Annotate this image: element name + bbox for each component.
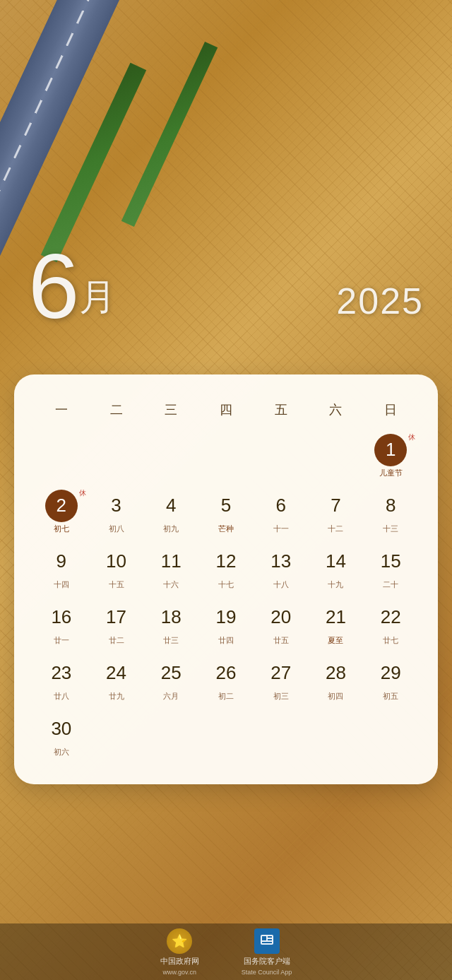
day-lunar: 廿五 bbox=[273, 635, 289, 646]
empty-day-cell bbox=[363, 709, 418, 764]
day-cell: 9十四 bbox=[34, 541, 89, 597]
app-sub: State Council App bbox=[242, 969, 292, 976]
svg-rect-2 bbox=[268, 936, 272, 938]
weekday-label: 三 bbox=[143, 396, 198, 424]
weekday-label: 六 bbox=[309, 396, 364, 424]
day-lunar: 十二 bbox=[328, 524, 343, 534]
day-cell: 22廿七 bbox=[363, 597, 418, 653]
day-number: 3 bbox=[100, 490, 133, 522]
day-lunar: 十四 bbox=[54, 579, 69, 590]
empty-day-cell bbox=[34, 430, 89, 485]
day-number: 27 bbox=[265, 657, 297, 690]
day-lunar: 廿七 bbox=[383, 635, 398, 646]
day-cell: 11十六 bbox=[143, 541, 198, 597]
day-lunar: 初四 bbox=[328, 691, 343, 702]
gov-emblem: ⭐ bbox=[167, 928, 192, 954]
day-cell: 20廿五 bbox=[254, 597, 309, 653]
day-cell: 4初九 bbox=[143, 485, 198, 541]
day-lunar: 十一 bbox=[273, 524, 289, 534]
year-display: 2025 bbox=[336, 280, 424, 322]
day-cell: 18廿三 bbox=[143, 597, 198, 653]
empty-day-cell bbox=[143, 430, 198, 485]
day-number: 11 bbox=[155, 545, 187, 578]
svg-rect-1 bbox=[262, 936, 266, 940]
month-number: 6 bbox=[28, 240, 76, 332]
day-cell: 7十二 bbox=[309, 485, 364, 541]
day-lunar: 初九 bbox=[163, 524, 179, 534]
weekday-label: 一 bbox=[34, 396, 89, 424]
day-lunar: 夏至 bbox=[328, 635, 343, 646]
day-number: 23 bbox=[45, 657, 78, 690]
day-number: 7 bbox=[319, 490, 352, 522]
day-number: 26 bbox=[210, 657, 242, 690]
day-number: 2 bbox=[45, 490, 78, 522]
month-char: 月 bbox=[79, 273, 116, 322]
day-cell: 14十九 bbox=[309, 541, 364, 597]
day-cell: 29初五 bbox=[363, 653, 418, 709]
day-lunar: 廿一 bbox=[54, 635, 69, 646]
empty-day-cell bbox=[309, 709, 364, 764]
weekday-header: 一二三四五六日 bbox=[34, 396, 418, 424]
day-lunar: 十五 bbox=[109, 579, 124, 590]
footer: ⭐ 中国政府网 www.gov.cn 国务院客户端 State Council … bbox=[0, 923, 452, 980]
day-cell: 25六月 bbox=[143, 653, 198, 709]
day-lunar: 初二 bbox=[218, 691, 234, 702]
day-number: 14 bbox=[319, 545, 352, 578]
app-badge bbox=[254, 928, 280, 954]
gov-name: 中国政府网 bbox=[160, 956, 199, 967]
day-lunar: 初七 bbox=[54, 524, 69, 534]
svg-rect-3 bbox=[268, 939, 272, 940]
calendar-card: 一二三四五六日 休1儿童节休2初七3初八4初九5芒种6十一7十二8十三9十四10… bbox=[14, 374, 438, 784]
day-number: 25 bbox=[155, 657, 187, 690]
day-lunar: 六月 bbox=[163, 691, 179, 702]
day-lunar: 十六 bbox=[163, 579, 179, 590]
day-cell: 16廿一 bbox=[34, 597, 89, 653]
day-number: 17 bbox=[100, 601, 133, 634]
day-cell: 19廿四 bbox=[198, 597, 254, 653]
day-cell: 8十三 bbox=[363, 485, 418, 541]
day-number: 8 bbox=[374, 490, 407, 522]
day-cell: 28初四 bbox=[309, 653, 364, 709]
weekday-label: 五 bbox=[254, 396, 309, 424]
empty-day-cell bbox=[254, 430, 309, 485]
day-lunar: 芒种 bbox=[218, 524, 234, 534]
day-number: 28 bbox=[319, 657, 352, 690]
gov-sub: www.gov.cn bbox=[163, 969, 196, 976]
calendar-grid: 休1儿童节休2初七3初八4初九5芒种6十一7十二8十三9十四10十五11十六12… bbox=[34, 430, 418, 764]
day-number: 9 bbox=[45, 545, 78, 578]
empty-day-cell bbox=[254, 709, 309, 764]
day-cell: 休1儿童节 bbox=[363, 430, 418, 485]
day-number: 19 bbox=[210, 601, 242, 634]
holiday-badge: 休 bbox=[408, 432, 415, 442]
day-number: 21 bbox=[319, 601, 352, 634]
day-lunar: 廿三 bbox=[163, 635, 179, 646]
day-cell: 13十八 bbox=[254, 541, 309, 597]
empty-day-cell bbox=[89, 709, 144, 764]
day-lunar: 初五 bbox=[383, 691, 398, 702]
day-number: 6 bbox=[265, 490, 297, 522]
day-lunar: 二十 bbox=[383, 579, 398, 590]
day-lunar: 十九 bbox=[328, 579, 343, 590]
app-name: 国务院客户端 bbox=[244, 956, 290, 967]
day-cell: 5芒种 bbox=[198, 485, 254, 541]
day-cell: 休2初七 bbox=[34, 485, 89, 541]
day-cell: 27初三 bbox=[254, 653, 309, 709]
day-lunar: 十三 bbox=[383, 524, 398, 534]
day-number: 13 bbox=[265, 545, 297, 578]
empty-day-cell bbox=[198, 430, 254, 485]
day-cell: 30初六 bbox=[34, 709, 89, 764]
day-number: 12 bbox=[210, 545, 242, 578]
day-number: 1 bbox=[374, 434, 407, 466]
weekday-label: 日 bbox=[363, 396, 418, 424]
day-cell: 15二十 bbox=[363, 541, 418, 597]
day-number: 18 bbox=[155, 601, 187, 634]
month-display: 6 月 bbox=[28, 240, 116, 332]
day-number: 20 bbox=[265, 601, 297, 634]
day-cell: 10十五 bbox=[89, 541, 144, 597]
day-lunar: 廿四 bbox=[218, 635, 234, 646]
day-number: 5 bbox=[210, 490, 242, 522]
day-cell: 12十七 bbox=[198, 541, 254, 597]
day-lunar: 十七 bbox=[218, 579, 234, 590]
day-cell: 3初八 bbox=[89, 485, 144, 541]
day-number: 4 bbox=[155, 490, 187, 522]
